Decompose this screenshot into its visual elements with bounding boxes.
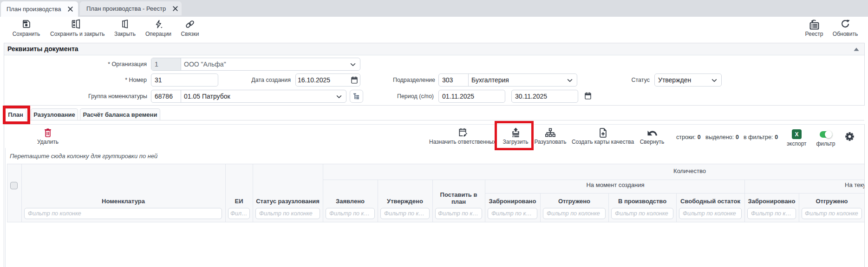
chevron-down-icon[interactable] [567, 77, 573, 84]
tab-time-balance-label: Расчёт баланса времени [83, 111, 157, 118]
period-to-field[interactable]: 30.11.2025 [511, 90, 578, 103]
annotation-box-load-button [495, 121, 534, 150]
period-calendar-icon[interactable] [584, 92, 592, 100]
decompose-button[interactable]: Разузловать [532, 127, 569, 145]
window-tab-bar: План производства План производства - Ре… [0, 0, 868, 17]
filter-input-nomenclature[interactable] [24, 208, 222, 219]
department-code: 303 [439, 74, 469, 86]
col-reserved-creation[interactable]: Забронировано [485, 198, 540, 205]
operations-button[interactable]: Операции [145, 19, 172, 37]
links-label: Связки [178, 31, 202, 37]
save-icon [7, 19, 45, 30]
status-label: Статус [603, 73, 650, 87]
excel-export-icon[interactable]: X [792, 129, 802, 139]
registry-button[interactable]: Реестр [803, 19, 826, 37]
window-tab-plan-label: План производства [7, 6, 61, 13]
selected-counter: выделено:0 [705, 134, 739, 140]
filter-input-unit[interactable] [228, 208, 250, 219]
period-from-field[interactable]: 01.11.2025 [438, 90, 505, 103]
number-field[interactable]: 31 [151, 73, 218, 87]
save-button[interactable]: Сохранить [7, 19, 45, 37]
filter-input-free-balance[interactable] [679, 208, 742, 219]
filter-input-in-production[interactable] [611, 208, 673, 219]
close-icon[interactable] [67, 6, 73, 12]
gear-icon[interactable] [845, 132, 855, 141]
collapse-icon[interactable] [854, 47, 859, 51]
rows-counter: строки:0 [676, 134, 701, 140]
assign-responsible-button[interactable]: Назначить ответственных [428, 127, 497, 145]
delete-button[interactable]: Удалить [34, 127, 62, 145]
nomenclature-group-field[interactable]: 68786 01.05 Патрубок [151, 90, 346, 103]
filter-input-approved[interactable] [380, 208, 430, 219]
tab-decomposition[interactable]: Разузлование [31, 108, 78, 120]
panel-border-left [4, 124, 4, 267]
filtered-counter-label: в фильтре: [744, 134, 773, 140]
window-tab-plan-registry-label: План производства - Реестр [86, 5, 166, 12]
panel-border-right [864, 124, 865, 267]
col-reserved-current[interactable]: Забронировано [744, 198, 799, 205]
col-border [225, 164, 226, 222]
chevron-down-icon[interactable] [711, 77, 718, 84]
window-tab-plan-registry[interactable]: План производства - Реестр [80, 1, 182, 15]
filter-input-put-in-plan[interactable] [435, 208, 482, 219]
creation-date-label: Дата создания [211, 73, 291, 87]
filter-input-reserved-creation[interactable] [488, 208, 537, 219]
rows-counter-value: 0 [698, 134, 701, 140]
organization-field[interactable]: 1 ООО "Альфа" [151, 58, 360, 71]
col-shipped-creation[interactable]: Отгружено [540, 198, 608, 205]
filtered-counter: в фильтре:0 [744, 134, 778, 140]
lightning-icon [145, 19, 172, 30]
tree-select-button[interactable] [350, 90, 363, 103]
refresh-icon [831, 19, 859, 30]
select-all-checkbox[interactable] [10, 182, 18, 189]
create-quality-cards-button[interactable]: Создать карты качества [570, 127, 635, 145]
grid-header: Количество На момент создания На текущий… [7, 164, 864, 222]
chevron-down-icon[interactable] [336, 93, 342, 100]
links-button[interactable]: Связки [178, 19, 202, 37]
close-icon[interactable] [172, 6, 178, 12]
trash-icon [34, 127, 62, 138]
refresh-button[interactable]: Обновить [831, 19, 859, 37]
col-approved[interactable]: Утверждено [378, 198, 432, 205]
col-border [253, 164, 253, 222]
file-plus-icon [570, 127, 635, 138]
save-and-close-button[interactable]: Сохранить и закрыть [50, 19, 101, 37]
col-border [323, 164, 323, 222]
filtered-counter-value: 0 [775, 134, 778, 140]
filter-input-requested[interactable] [326, 208, 375, 219]
col-decomposition-status[interactable]: Статус разузлования [253, 198, 323, 205]
creation-date-field[interactable]: 16.10.2025 [295, 73, 360, 87]
window-tab-plan[interactable]: План производства [1, 1, 78, 17]
registry-icon [803, 19, 826, 30]
filter-input-shipped-current[interactable] [802, 208, 862, 219]
col-unit[interactable]: ЕИ [225, 198, 253, 205]
organization-code: 1 [151, 58, 181, 70]
department-field[interactable]: 303 Бухгалтерия [438, 73, 577, 87]
filter-input-reserved-current[interactable] [747, 208, 796, 219]
col-shipped-current[interactable]: Отгружено [799, 198, 864, 205]
collapse-rows-button[interactable]: Свернуть [638, 127, 666, 145]
col-nomenclature[interactable]: Номенклатура [21, 198, 225, 205]
organization-name: ООО "Альфа" [181, 60, 360, 68]
status-field[interactable]: Утвержден [654, 73, 722, 87]
filter-toggle-knob[interactable] [825, 131, 832, 138]
nomenclature-group-label: Группа номенклатуры [78, 90, 147, 103]
period-label: Период (с/по) [371, 90, 434, 103]
group-by-hint: Перетащите сюда колонку для группировки … [10, 153, 157, 160]
creation-date-value: 16.10.2025 [296, 76, 330, 84]
save-label: Сохранить [7, 31, 45, 37]
nomenclature-group-name: 01.05 Патрубок [181, 93, 346, 100]
col-free-balance[interactable]: Свободный остаток [676, 198, 744, 205]
tab-time-balance[interactable]: Расчёт баланса времени [80, 108, 160, 120]
filter-input-shipped-creation[interactable] [543, 208, 606, 219]
filter-input-decomposition-status[interactable] [255, 208, 320, 219]
col-in-production[interactable]: В производство [608, 198, 676, 205]
chevron-down-icon[interactable] [350, 61, 356, 68]
col-requested[interactable]: Заявлено [323, 198, 378, 205]
requisites-header[interactable]: Реквизиты документа [4, 43, 864, 55]
close-button[interactable]: Закрыть [113, 19, 137, 37]
col-put-in-plan[interactable]: Поставить в план [432, 191, 485, 205]
group-border [323, 180, 864, 180]
tab-decomposition-label: Разузлование [33, 111, 75, 118]
calendar-edit-icon [428, 127, 497, 138]
